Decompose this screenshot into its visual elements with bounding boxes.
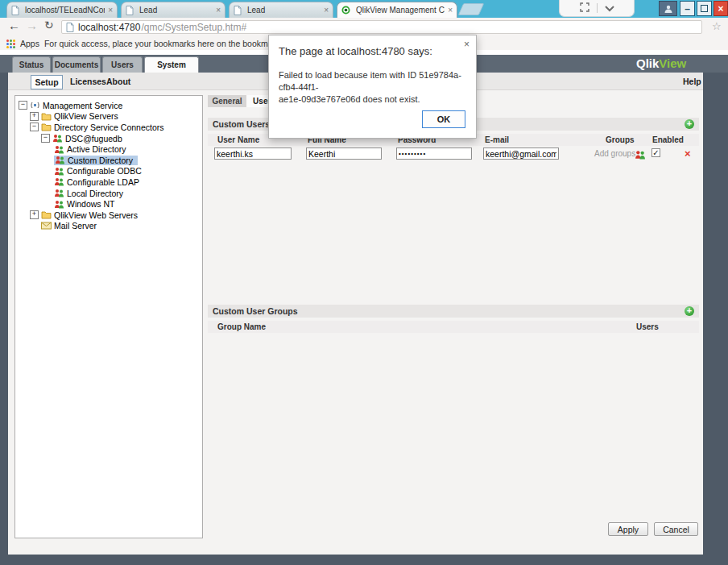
minimize-button[interactable]: – bbox=[680, 1, 695, 16]
dialog-close-icon[interactable]: × bbox=[464, 39, 469, 50]
titlebar-pill-control bbox=[559, 0, 635, 17]
cancel-button[interactable]: Cancel bbox=[654, 522, 698, 536]
tree-item-windows-nt[interactable]: Windows NT bbox=[15, 198, 202, 210]
forward-button[interactable]: → bbox=[26, 19, 38, 32]
panel-tab-general[interactable]: General bbox=[208, 95, 246, 107]
tree-item-label: Custom Directory bbox=[68, 156, 133, 165]
browser-tab-active[interactable]: QlikView Management Co × bbox=[337, 2, 457, 18]
tree-item-configurable-odbc[interactable]: Configurable ODBC bbox=[15, 166, 202, 177]
col-users: Users bbox=[636, 322, 659, 331]
browser-tab-3[interactable]: Lead × bbox=[229, 2, 333, 18]
apps-grid-icon[interactable] bbox=[6, 39, 15, 48]
email-input[interactable] bbox=[483, 147, 559, 160]
subtab-setup[interactable]: Setup bbox=[31, 75, 63, 89]
password-input[interactable] bbox=[396, 147, 472, 160]
tree-item-active-directory[interactable]: Active Directory bbox=[15, 143, 202, 155]
tree-item-label: Directory Service Connectors bbox=[54, 123, 164, 132]
profile-button[interactable] bbox=[659, 1, 677, 16]
apply-button[interactable]: Apply bbox=[608, 522, 648, 536]
bookmarks-hint: For quick access, place your bookmarks h… bbox=[44, 39, 300, 48]
browser-tab-2[interactable]: Lead × bbox=[121, 2, 225, 18]
tab-users[interactable]: Users bbox=[102, 56, 143, 73]
back-button[interactable]: ← bbox=[8, 19, 20, 32]
help-link[interactable]: Help bbox=[683, 77, 701, 86]
expand-icon[interactable]: + bbox=[30, 112, 39, 121]
apps-label[interactable]: Apps bbox=[20, 39, 39, 48]
tab-close-icon[interactable]: × bbox=[108, 6, 113, 15]
tree-item-configurable-ldap[interactable]: Configurable LDAP bbox=[15, 177, 202, 188]
users-icon bbox=[54, 145, 64, 154]
tree-item-label: Mail Server bbox=[54, 221, 97, 231]
tab-status[interactable]: Status bbox=[12, 56, 51, 73]
tree-item-label: Configurable ODBC bbox=[67, 166, 142, 176]
tab-close-icon[interactable]: × bbox=[216, 6, 221, 15]
url-host: localhost:4780 bbox=[78, 22, 140, 33]
tree-item-mail-server[interactable]: Mail Server bbox=[15, 221, 202, 232]
dialog-message-line1: Failed to load because item with ID 51e9… bbox=[279, 69, 476, 93]
tab-system[interactable]: System bbox=[144, 56, 199, 73]
collapse-icon[interactable]: − bbox=[41, 134, 50, 143]
collapse-icon[interactable]: − bbox=[19, 101, 27, 110]
panel-tab-label: General bbox=[212, 97, 242, 106]
tab-label: Documents bbox=[55, 60, 98, 69]
bookmark-star-icon[interactable]: ☆ bbox=[712, 20, 722, 32]
url-path: /qmc/SystemSetup.htm# bbox=[141, 22, 246, 33]
expand-icon[interactable]: + bbox=[30, 210, 39, 219]
tab-label: Status bbox=[19, 60, 44, 69]
user-name-input[interactable] bbox=[214, 147, 292, 160]
folder-icon bbox=[41, 123, 52, 131]
tree-item-management-service[interactable]: − Management Service bbox=[15, 100, 202, 111]
fullscreen-icon[interactable] bbox=[580, 1, 589, 15]
chevron-down-icon[interactable] bbox=[605, 1, 614, 15]
page-icon bbox=[126, 6, 134, 15]
tree-item-custom-directory[interactable]: Custom Directory bbox=[15, 155, 202, 166]
tree-item-label: DSC@fuguedb bbox=[65, 134, 122, 143]
tab-close-icon[interactable]: × bbox=[448, 6, 453, 15]
custom-groups-column-headers: Group Name Users bbox=[208, 321, 699, 333]
restore-button[interactable] bbox=[697, 1, 712, 16]
service-tree: − Management Service + QlikView Servers … bbox=[14, 95, 203, 538]
users-icon bbox=[54, 200, 64, 209]
address-bar[interactable]: localhost:4780/qmc/SystemSetup.htm# bbox=[61, 20, 702, 34]
new-tab-button[interactable] bbox=[458, 3, 485, 15]
tab-documents[interactable]: Documents bbox=[52, 56, 101, 73]
refresh-button[interactable]: ↻ bbox=[44, 19, 54, 31]
collapse-icon[interactable]: − bbox=[30, 123, 39, 131]
subtab-label: Setup bbox=[35, 77, 58, 87]
browser-tab-1[interactable]: localhost/TELeadNComm × bbox=[6, 2, 118, 18]
subtab-licenses[interactable]: Licenses bbox=[70, 77, 106, 86]
dialog-ok-button[interactable]: OK bbox=[422, 110, 465, 128]
qlikview-logo: QlikView bbox=[636, 56, 686, 70]
tree-item-dsc-fuguedb[interactable]: − DSC@fuguedb bbox=[15, 133, 202, 144]
users-icon bbox=[52, 134, 63, 143]
groups-icon[interactable] bbox=[635, 148, 646, 163]
tree-item-qlikview-servers[interactable]: + QlikView Servers bbox=[15, 111, 202, 123]
users-icon bbox=[54, 167, 64, 176]
col-groups: Groups bbox=[606, 135, 635, 144]
col-user-name: User Name bbox=[217, 135, 259, 144]
add-group-button[interactable]: + bbox=[685, 306, 694, 316]
section-title: Custom User Groups bbox=[213, 306, 685, 316]
add-user-button[interactable]: + bbox=[685, 119, 694, 129]
tree-item-qlikview-web-servers[interactable]: + QlikView Web Servers bbox=[15, 210, 202, 221]
folder-icon bbox=[41, 210, 52, 219]
full-name-input[interactable] bbox=[306, 147, 382, 160]
restore-icon bbox=[701, 5, 708, 12]
delete-user-icon[interactable]: × bbox=[685, 147, 691, 160]
tree-item-label: Configurable LDAP bbox=[67, 177, 139, 187]
close-window-button[interactable]: × bbox=[714, 1, 728, 16]
subtab-about[interactable]: About bbox=[106, 77, 130, 86]
qmc-content: − Management Service + QlikView Servers … bbox=[8, 90, 703, 555]
enabled-checkbox[interactable]: ✓ bbox=[651, 148, 660, 157]
tab-close-icon[interactable]: × bbox=[324, 6, 329, 15]
dialog-title: The page at localhost:4780 says: bbox=[279, 45, 432, 57]
custom-user-row: Add groups ✓ × bbox=[208, 147, 699, 161]
add-groups-link[interactable]: Add groups bbox=[594, 149, 635, 158]
alert-dialog: The page at localhost:4780 says: × Faile… bbox=[268, 35, 477, 139]
folder-icon bbox=[41, 112, 52, 121]
page-icon bbox=[234, 6, 242, 15]
tab-label: Users bbox=[111, 60, 134, 69]
tree-item-directory-service-connectors[interactable]: − Directory Service Connectors bbox=[15, 122, 202, 133]
tree-item-local-directory[interactable]: Local Directory bbox=[15, 188, 202, 199]
page-icon bbox=[11, 6, 19, 15]
